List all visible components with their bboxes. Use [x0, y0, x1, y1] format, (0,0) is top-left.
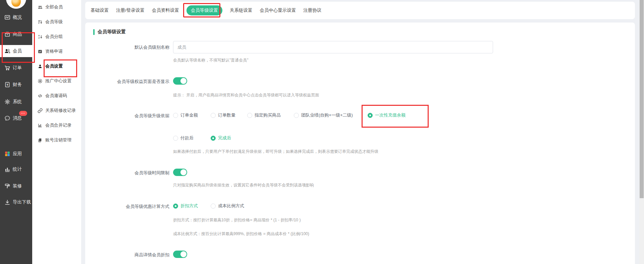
- radio-label: 成本比例方式: [218, 203, 244, 209]
- overview-icon: [4, 14, 10, 20]
- sidebar-item-export-download[interactable]: 导出下载: [0, 196, 32, 208]
- sidebar-item-label: 系统: [13, 99, 22, 105]
- level-time-limit-hint: 只对指定购买商品升级依据生效，设置其它条件时会员等级不会受到该选项影响: [173, 182, 314, 188]
- system-icon: [4, 99, 10, 105]
- sidebar-item-finance[interactable]: ¥ 财务: [0, 79, 32, 90]
- sidebar-item-decorate[interactable]: 装修: [0, 180, 32, 192]
- sidebar-item-qualification[interactable]: 资格申请: [32, 45, 81, 57]
- sidebar-item-members[interactable]: 会员: [0, 45, 32, 57]
- qualification-icon: [38, 49, 43, 54]
- sidebar-item-label: 会员等级: [45, 19, 63, 25]
- radio-order-quantity[interactable]: 订单数量: [211, 113, 235, 118]
- goods-icon: [4, 31, 10, 37]
- goods-detail-discount-label: 商品详情会员折扣: [89, 252, 169, 258]
- tab-register-login-settings[interactable]: 注册/登录设置: [116, 7, 145, 13]
- radio-one-time-recharge[interactable]: 一次性充值余额: [368, 113, 406, 118]
- scrollbar-thumb[interactable]: [640, 0, 644, 198]
- radio-icon: [294, 113, 299, 118]
- sidebar-item-label: 账号注销管理: [45, 137, 71, 143]
- sidebar-item-relation-chain-records[interactable]: 关系链修改记录: [32, 104, 81, 117]
- sidebar-item-merge-records[interactable]: 会员合并记录: [32, 119, 81, 131]
- svg-text:A: A: [38, 34, 40, 37]
- sidebar-item-label: 会员: [13, 48, 22, 54]
- sidebar-item-member-level[interactable]: 会员等级: [32, 16, 81, 28]
- tab-register-agreement[interactable]: 注册协议: [303, 7, 321, 13]
- tab-member-center-display-settings[interactable]: 会员中心显示设置: [260, 7, 296, 13]
- sidebar-item-label: 应用: [13, 151, 22, 157]
- sidebar-item-label: 会员分组: [45, 34, 63, 40]
- export-download-icon: [4, 199, 10, 205]
- radio-discount-mode[interactable]: 折扣方式: [173, 203, 198, 209]
- toggle-knob: [180, 169, 186, 175]
- toggle-knob: [180, 251, 186, 257]
- sidebar-item-system[interactable]: 系统: [0, 96, 32, 107]
- account-cancel-icon: [38, 138, 43, 143]
- apps-icon: [4, 151, 10, 157]
- orders-icon: [4, 65, 10, 71]
- discount-mode-hint: 折扣方式：按打折计算最高10折，折扣价格= 商品现价 * (1 - 折扣率/10…: [173, 217, 301, 223]
- radio-specified-goods[interactable]: 指定购买商品: [247, 113, 281, 118]
- tab-label: 会员等级设置: [191, 8, 218, 13]
- default-level-name-label: 默认会员级别名称: [89, 44, 169, 50]
- svg-text:Z: Z: [38, 37, 40, 39]
- sidebar-item-invite-code[interactable]: 会员邀请码: [32, 90, 81, 102]
- radio-order-amount[interactable]: 订单金额: [173, 113, 198, 118]
- primary-sidebar: 概况 商品 会员 订单 ¥ 财务 系统 消息 应用: [0, 0, 32, 264]
- all-members-icon: [38, 5, 43, 10]
- sidebar-item-member-group[interactable]: AZ 会员分组: [32, 31, 81, 43]
- member-group-icon: AZ: [38, 34, 43, 39]
- tab-member-level-settings[interactable]: 会员等级设置: [186, 5, 222, 15]
- section-title: 会员等级设置: [98, 29, 126, 35]
- upgrade-basis-label: 会员等级升级依据: [89, 113, 169, 119]
- sidebar-item-overview[interactable]: 概况: [0, 12, 32, 23]
- radio-icon: [173, 113, 178, 118]
- sidebar-item-label: 商品: [13, 31, 22, 37]
- tab-basic-settings[interactable]: 基础设置: [91, 7, 109, 13]
- sidebar-item-label: 财务: [13, 82, 22, 88]
- sidebar-item-all-members[interactable]: 全部会员: [32, 1, 81, 13]
- radio-label: 团队业绩(自购+一级+二级): [301, 112, 353, 118]
- tab-relation-chain-settings[interactable]: 关系链设置: [230, 7, 253, 13]
- decorate-icon: [4, 183, 10, 189]
- sidebar-item-label: 全部会员: [45, 4, 63, 10]
- section-accent-bar: [93, 29, 95, 35]
- radio-cost-ratio-mode[interactable]: 成本比例方式: [211, 203, 244, 209]
- cost-ratio-mode-hint: 成本比例方式：按百分比计算最高999%, 折扣价格 = 商品成本价 * (比例/…: [173, 231, 309, 237]
- radio-team-performance[interactable]: 团队业绩(自购+一级+二级): [294, 113, 353, 118]
- sidebar-item-member-settings[interactable]: 会员设置: [32, 60, 81, 72]
- sidebar-item-messages[interactable]: 消息: [0, 113, 32, 124]
- sidebar-item-promotion-settings[interactable]: 推广中心设置: [32, 75, 81, 87]
- member-settings-icon: [38, 64, 43, 69]
- toggle-level-time-limit[interactable]: [173, 169, 187, 176]
- page-scrollbar[interactable]: [639, 0, 644, 264]
- sidebar-item-label: 导出下载: [13, 199, 31, 205]
- tab-member-profile-settings[interactable]: 会员资料设置: [152, 7, 179, 13]
- radio-label: 付款后: [180, 135, 194, 141]
- default-level-name-hint: 会员默认等级名称，不填写默认"普通会员": [173, 57, 249, 63]
- radio-after-payment[interactable]: 付款后: [173, 135, 194, 141]
- level-rights-page-hint: 提示： 开启，用户在商品详情页和会员中心点击会员等级都可以进入等级权益页面: [173, 92, 319, 98]
- toggle-goods-detail-discount[interactable]: [173, 251, 187, 258]
- sidebar-item-goods[interactable]: 商品: [0, 29, 32, 40]
- default-level-name-input[interactable]: [173, 41, 493, 53]
- radio-after-completion[interactable]: 完成后: [211, 135, 231, 141]
- toggle-level-rights-page[interactable]: [173, 77, 187, 85]
- svg-text:¥: ¥: [7, 83, 8, 86]
- messages-badge: ...: [19, 111, 27, 116]
- radio-label: 指定购买商品: [255, 112, 281, 118]
- sidebar-item-apps[interactable]: 应用: [0, 148, 32, 160]
- sidebar-item-account-cancellation[interactable]: 账号注销管理: [32, 134, 81, 146]
- finance-icon: ¥: [4, 82, 10, 88]
- radio-label: 订单金额: [180, 112, 198, 118]
- radio-icon: [211, 136, 216, 141]
- radio-icon: [211, 204, 216, 209]
- radio-icon: [173, 204, 178, 209]
- sidebar-item-orders[interactable]: 订单: [0, 62, 32, 74]
- sidebar-item-label: 概况: [13, 14, 22, 20]
- sidebar-item-stats[interactable]: 统计: [0, 164, 32, 175]
- shop-avatar[interactable]: [6, 0, 26, 9]
- sidebar-item-label: 消息: [13, 115, 22, 121]
- sidebar-item-label: 统计: [13, 166, 22, 172]
- sidebar-item-label: 会员邀请码: [45, 93, 67, 99]
- radio-label: 订单数量: [218, 112, 235, 118]
